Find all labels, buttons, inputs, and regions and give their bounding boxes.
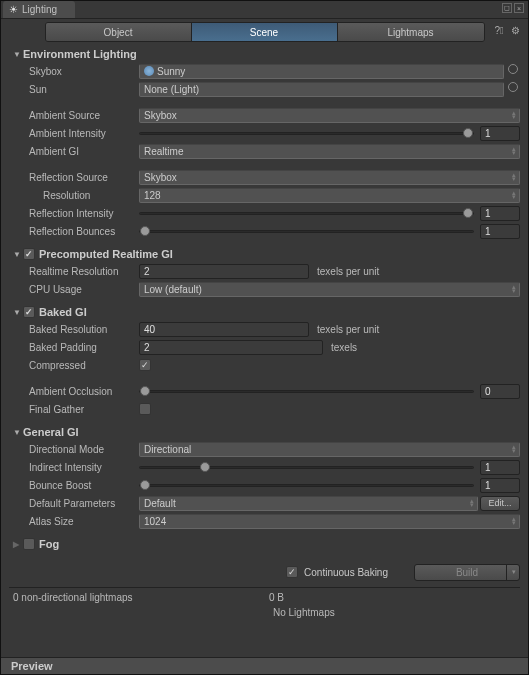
section-fog[interactable]: ▶ Fog	[9, 535, 520, 553]
reflection-intensity-label: Reflection Intensity	[9, 208, 139, 219]
realtime-resolution-label: Realtime Resolution	[9, 266, 139, 277]
foldout-icon: ▼	[13, 250, 23, 259]
reflection-bounces-label: Reflection Bounces	[9, 226, 139, 237]
preview-header[interactable]: Preview	[1, 657, 528, 674]
ambient-intensity-slider[interactable]	[139, 126, 474, 141]
realtime-resolution-field[interactable]: 2	[139, 264, 309, 279]
resolution-dropdown[interactable]: 128▴▾	[139, 188, 520, 203]
window-close-button[interactable]: ×	[514, 3, 524, 13]
ambient-occlusion-label: Ambient Occlusion	[9, 386, 139, 397]
section-baked-gi[interactable]: ▼ ✓ Baked GI	[9, 303, 520, 321]
foldout-icon: ▼	[13, 428, 23, 437]
dropdown-arrow-icon: ▴▾	[512, 147, 516, 155]
baked-padding-label: Baked Padding	[9, 342, 139, 353]
directional-mode-dropdown[interactable]: Directional▴▾	[139, 442, 520, 457]
panel-tab-lighting[interactable]: ☀ Lighting	[3, 1, 75, 18]
object-picker-icon[interactable]	[508, 82, 518, 92]
indirect-intensity-label: Indirect Intensity	[9, 462, 139, 473]
tab-scene[interactable]: Scene	[192, 23, 338, 41]
directional-mode-label: Directional Mode	[9, 444, 139, 455]
section-general-gi[interactable]: ▼ General GI	[9, 423, 520, 441]
dropdown-arrow-icon: ▴▾	[512, 445, 516, 453]
ambient-intensity-value[interactable]: 1	[480, 126, 520, 141]
reflection-source-label: Reflection Source	[9, 172, 139, 183]
unit-label: texels per unit	[317, 266, 379, 277]
ambient-gi-dropdown[interactable]: Realtime▴▾	[139, 144, 520, 159]
continuous-baking-checkbox[interactable]: ✓	[286, 566, 298, 578]
panel-title: Lighting	[22, 4, 57, 15]
ambient-occlusion-value[interactable]: 0	[480, 384, 520, 399]
lightmap-size-label: 0 B	[269, 592, 284, 603]
atlas-size-dropdown[interactable]: 1024▴▾	[139, 514, 520, 529]
bounce-boost-value[interactable]: 1	[480, 478, 520, 493]
precomputed-gi-checkbox[interactable]: ✓	[23, 248, 35, 260]
material-icon	[144, 66, 154, 76]
ambient-gi-label: Ambient GI	[9, 146, 139, 157]
bounce-boost-label: Bounce Boost	[9, 480, 139, 491]
cpu-usage-dropdown[interactable]: Low (default)▴▾	[139, 282, 520, 297]
foldout-icon: ▼	[13, 50, 23, 59]
tab-object[interactable]: Object	[46, 23, 192, 41]
final-gather-checkbox[interactable]	[139, 403, 151, 415]
build-button[interactable]: Build ▾	[414, 564, 520, 581]
reflection-bounces-slider[interactable]	[139, 224, 474, 239]
bounce-boost-slider[interactable]	[139, 478, 474, 493]
baked-padding-field[interactable]: 2	[139, 340, 323, 355]
mode-toolbar: Object Scene Lightmaps ?⃝ ⚙	[1, 19, 528, 45]
unit-label: texels	[331, 342, 357, 353]
dropdown-arrow-icon: ▴▾	[512, 173, 516, 181]
reflection-intensity-slider[interactable]	[139, 206, 474, 221]
ambient-intensity-label: Ambient Intensity	[9, 128, 139, 139]
lightmap-count-label: 0 non-directional lightmaps	[9, 592, 269, 603]
ambient-source-label: Ambient Source	[9, 110, 139, 121]
resolution-label: Resolution	[9, 190, 139, 201]
indirect-intensity-slider[interactable]	[139, 460, 474, 475]
foldout-icon: ▶	[13, 540, 23, 549]
section-environment-lighting[interactable]: ▼ Environment Lighting	[9, 45, 520, 63]
reflection-bounces-value[interactable]: 1	[480, 224, 520, 239]
lighting-icon: ☀	[9, 4, 18, 15]
section-precomputed-realtime-gi[interactable]: ▼ ✓ Precomputed Realtime GI	[9, 245, 520, 263]
dropdown-arrow-icon: ▴▾	[470, 499, 474, 507]
baked-resolution-field[interactable]: 40	[139, 322, 309, 337]
unit-label: texels per unit	[317, 324, 379, 335]
skybox-field[interactable]: Sunny	[139, 64, 504, 79]
edit-button[interactable]: Edit...	[480, 496, 520, 511]
skybox-label: Skybox	[9, 66, 139, 77]
title-bar: ☀ Lighting ◻ ×	[1, 1, 528, 19]
no-lightmaps-label: No Lightmaps	[9, 607, 520, 618]
atlas-size-label: Atlas Size	[9, 516, 139, 527]
default-parameters-label: Default Parameters	[9, 498, 139, 509]
sun-label: Sun	[9, 84, 139, 95]
cpu-usage-label: CPU Usage	[9, 284, 139, 295]
compressed-checkbox[interactable]: ✓	[139, 359, 151, 371]
build-dropdown-arrow-icon[interactable]: ▾	[506, 564, 520, 581]
sun-field[interactable]: None (Light)	[139, 82, 504, 97]
reflection-intensity-value[interactable]: 1	[480, 206, 520, 221]
window-restore-button[interactable]: ◻	[502, 3, 512, 13]
indirect-intensity-value[interactable]: 1	[480, 460, 520, 475]
foldout-icon: ▼	[13, 308, 23, 317]
object-picker-icon[interactable]	[508, 64, 518, 74]
dropdown-arrow-icon: ▴▾	[512, 191, 516, 199]
compressed-label: Compressed	[9, 360, 139, 371]
ambient-source-dropdown[interactable]: Skybox▴▾	[139, 108, 520, 123]
gear-icon[interactable]: ⚙	[508, 23, 522, 37]
ambient-occlusion-slider[interactable]	[139, 384, 474, 399]
baked-resolution-label: Baked Resolution	[9, 324, 139, 335]
final-gather-label: Final Gather	[9, 404, 139, 415]
fog-checkbox[interactable]	[23, 538, 35, 550]
dropdown-arrow-icon: ▴▾	[512, 517, 516, 525]
reflection-source-dropdown[interactable]: Skybox▴▾	[139, 170, 520, 185]
dropdown-arrow-icon: ▴▾	[512, 285, 516, 293]
dropdown-arrow-icon: ▴▾	[512, 111, 516, 119]
default-parameters-dropdown[interactable]: Default▴▾	[139, 496, 478, 511]
help-icon[interactable]: ?⃝	[492, 23, 506, 37]
tab-lightmaps[interactable]: Lightmaps	[338, 23, 484, 41]
continuous-baking-label: Continuous Baking	[304, 567, 388, 578]
baked-gi-checkbox[interactable]: ✓	[23, 306, 35, 318]
